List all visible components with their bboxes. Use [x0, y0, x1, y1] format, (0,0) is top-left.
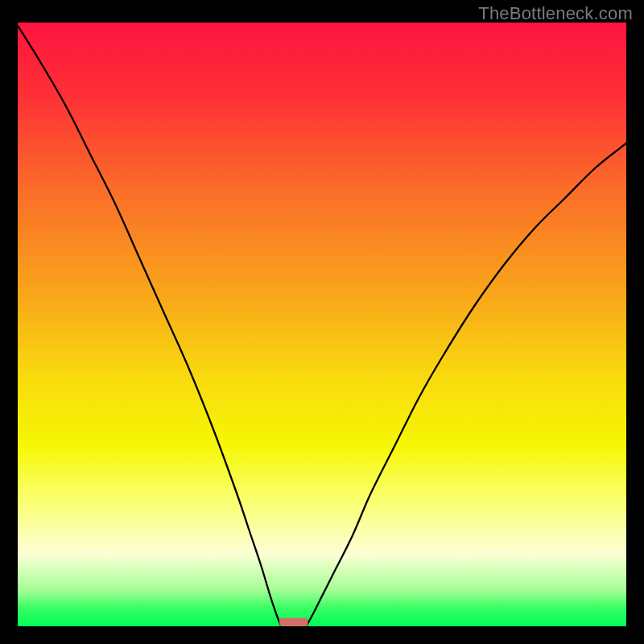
chart-plot-area: [18, 23, 626, 626]
baseline-marker: [279, 618, 308, 626]
watermark-text: TheBottleneck.com: [478, 3, 633, 24]
chart-svg: [18, 23, 626, 626]
chart-background: [18, 23, 626, 626]
